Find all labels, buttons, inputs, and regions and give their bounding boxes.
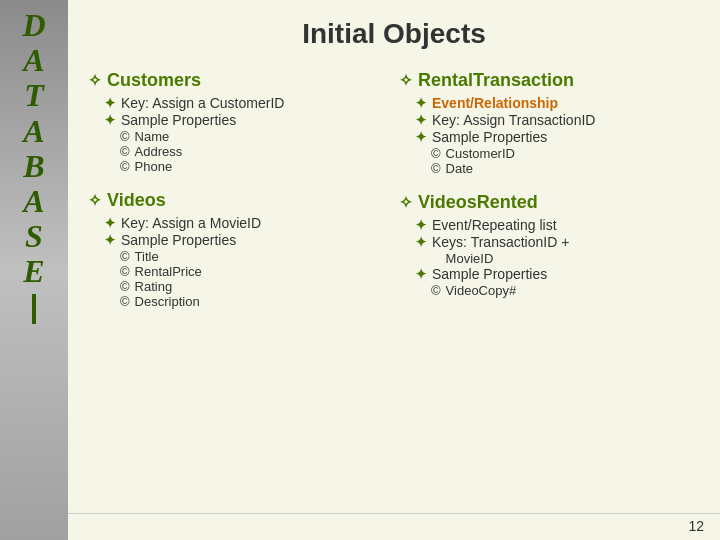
videos-description-bullet-icon: © xyxy=(120,294,130,309)
header: Initial Objects xyxy=(68,0,720,60)
videos-rented-diamond-icon: ✧ xyxy=(399,193,412,212)
videos-title: ✧ Videos xyxy=(88,190,389,211)
letter-a3: A xyxy=(23,184,44,219)
videos-rented-videocopy-subitem: © VideoCopy# xyxy=(431,283,700,298)
content-area: ✧ Customers ✦ Key: Assign a CustomerID ✦… xyxy=(68,60,720,513)
letter-a1: A xyxy=(23,43,44,78)
rental-sample-plus-icon: ✦ xyxy=(415,129,427,145)
sidebar-line xyxy=(32,294,36,324)
rental-transaction-diamond-icon: ✧ xyxy=(399,71,412,90)
videos-diamond-icon: ✧ xyxy=(88,191,101,210)
videos-rented-event-plus-icon: ✦ xyxy=(415,217,427,233)
customers-key-item: ✦ Key: Assign a CustomerID xyxy=(104,95,389,111)
rental-customerid-bullet-icon: © xyxy=(431,146,441,161)
customers-section: ✧ Customers ✦ Key: Assign a CustomerID ✦… xyxy=(88,70,389,174)
customers-sample-plus-icon: ✦ xyxy=(104,112,116,128)
videos-rented-movieid-subitem: © MovieID xyxy=(431,251,700,266)
videos-rentalprice-bullet-icon: © xyxy=(120,264,130,279)
videos-rented-sample-item: ✦ Sample Properties xyxy=(415,266,700,282)
videos-description-subitem: © Description xyxy=(120,294,389,309)
rental-key-plus-icon: ✦ xyxy=(415,112,427,128)
videos-rented-keys-item: ✦ Keys: TransactionID + xyxy=(415,234,700,250)
customers-phone-bullet-icon: © xyxy=(120,159,130,174)
customers-title: ✧ Customers xyxy=(88,70,389,91)
customers-sample-item: ✦ Sample Properties xyxy=(104,112,389,128)
videos-rented-videocopy-bullet-icon: © xyxy=(431,283,441,298)
customers-address-bullet-icon: © xyxy=(120,144,130,159)
letter-e: E xyxy=(23,254,44,289)
videos-rented-title: ✧ VideosRented xyxy=(399,192,700,213)
left-column: ✧ Customers ✦ Key: Assign a CustomerID ✦… xyxy=(88,70,389,503)
rental-customerid-subitem: © CustomerID xyxy=(431,146,700,161)
letter-a2: A xyxy=(23,114,44,149)
videos-rating-bullet-icon: © xyxy=(120,279,130,294)
customers-name-subitem: © Name xyxy=(120,129,389,144)
videos-title-bullet-icon: © xyxy=(120,249,130,264)
videos-sample-plus-icon: ✦ xyxy=(104,232,116,248)
letter-s: S xyxy=(25,219,43,254)
rental-event-item: ✦ Event/Relationship xyxy=(415,95,700,111)
videos-section: ✧ Videos ✦ Key: Assign a MovieID ✦ Sampl… xyxy=(88,190,389,309)
videos-title-subitem: © Title xyxy=(120,249,389,264)
footer: 12 xyxy=(68,513,720,540)
right-column: ✧ RentalTransaction ✦ Event/Relationship… xyxy=(399,70,700,503)
customers-diamond-icon: ✧ xyxy=(88,71,101,90)
videos-rented-sample-plus-icon: ✦ xyxy=(415,266,427,282)
letter-b: B xyxy=(23,149,44,184)
videos-rating-subitem: © Rating xyxy=(120,279,389,294)
rental-key-item: ✦ Key: Assign TransactionID xyxy=(415,112,700,128)
customers-phone-subitem: © Phone xyxy=(120,159,389,174)
letter-t: T xyxy=(24,78,44,113)
customers-address-subitem: © Address xyxy=(120,144,389,159)
rental-transaction-title: ✧ RentalTransaction xyxy=(399,70,700,91)
videos-rented-section: ✧ VideosRented ✦ Event/Repeating list ✦ … xyxy=(399,192,700,298)
videos-rented-event-item: ✦ Event/Repeating list xyxy=(415,217,700,233)
videos-rented-keys-plus-icon: ✦ xyxy=(415,234,427,250)
videos-key-item: ✦ Key: Assign a MovieID xyxy=(104,215,389,231)
rental-date-bullet-icon: © xyxy=(431,161,441,176)
videos-sample-item: ✦ Sample Properties xyxy=(104,232,389,248)
customers-key-plus-icon: ✦ xyxy=(104,95,116,111)
rental-transaction-section: ✧ RentalTransaction ✦ Event/Relationship… xyxy=(399,70,700,176)
videos-rentalprice-subitem: © RentalPrice xyxy=(120,264,389,279)
rental-event-plus-icon: ✦ xyxy=(415,95,427,111)
page-title: Initial Objects xyxy=(302,18,486,49)
rental-sample-item: ✦ Sample Properties xyxy=(415,129,700,145)
page-number: 12 xyxy=(688,518,704,534)
rental-date-subitem: © Date xyxy=(431,161,700,176)
sidebar: D A T A B A S E xyxy=(0,0,68,540)
videos-key-plus-icon: ✦ xyxy=(104,215,116,231)
main-content: Initial Objects ✧ Customers ✦ Key: Assig… xyxy=(68,0,720,540)
letter-d: D xyxy=(22,8,45,43)
customers-name-bullet-icon: © xyxy=(120,129,130,144)
